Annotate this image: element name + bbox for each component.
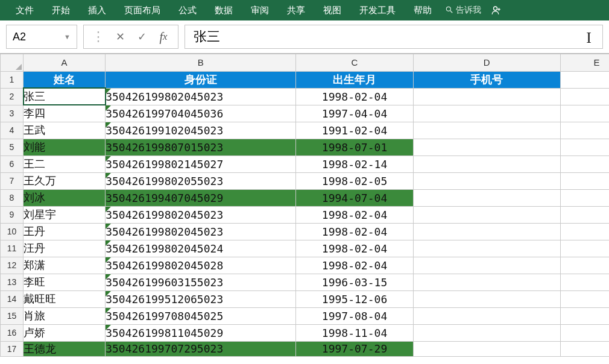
cell-name[interactable]: 王德龙 <box>24 341 106 356</box>
cell[interactable] <box>560 223 609 240</box>
cell-dob[interactable]: 1998-02-04 <box>296 223 413 240</box>
menu-file[interactable]: 文件 <box>7 1 42 20</box>
menu-dev[interactable]: 开发工具 <box>351 1 404 20</box>
cell-phone[interactable] <box>413 307 560 324</box>
cell-dob[interactable]: 1998-02-04 <box>296 240 413 257</box>
menu-share[interactable]: 共享 <box>279 1 314 20</box>
cell-phone[interactable] <box>413 324 560 341</box>
name-box-dropdown-icon[interactable]: ▼ <box>64 33 71 40</box>
cell-phone[interactable] <box>413 105 560 122</box>
cell-id[interactable]: 350426199811045029 <box>106 324 296 341</box>
formula-input[interactable]: 张三 I <box>185 25 603 49</box>
header-dob[interactable]: 出生年月 <box>296 71 413 88</box>
cell-name[interactable]: 王丹 <box>24 223 106 240</box>
cell[interactable] <box>560 71 609 88</box>
row-header[interactable]: 8 <box>1 189 24 206</box>
row-header[interactable]: 13 <box>1 274 24 290</box>
cell-id[interactable]: 350426199802045028 <box>106 257 296 274</box>
row-header[interactable]: 6 <box>1 155 24 172</box>
col-header-E[interactable]: E <box>560 54 609 71</box>
cell-dob[interactable]: 1998-07-01 <box>296 139 413 155</box>
row-header[interactable]: 17 <box>1 341 24 356</box>
cell[interactable] <box>560 206 609 223</box>
cell-id[interactable]: 350426199802055023 <box>106 172 296 189</box>
cell[interactable] <box>560 324 609 341</box>
cell[interactable] <box>560 189 609 206</box>
cell[interactable] <box>560 139 609 155</box>
cell-id[interactable]: 350426199802145027 <box>106 155 296 172</box>
cell-phone[interactable] <box>413 240 560 257</box>
menu-view[interactable]: 视图 <box>315 1 350 20</box>
cell-id[interactable]: 350426199704045036 <box>106 105 296 122</box>
cell[interactable] <box>560 341 609 356</box>
cell-dob[interactable]: 1998-02-04 <box>296 88 413 105</box>
row-header[interactable]: 15 <box>1 307 24 324</box>
cell-name[interactable]: 刘星宇 <box>24 206 106 223</box>
cell-phone[interactable] <box>413 223 560 240</box>
row-header[interactable]: 9 <box>1 206 24 223</box>
cell-name[interactable]: 王久万 <box>24 172 106 189</box>
cell-id[interactable]: 350426199802045023 <box>106 223 296 240</box>
fx-icon[interactable]: fx <box>153 25 174 48</box>
menu-data[interactable]: 数据 <box>206 1 241 20</box>
name-box[interactable]: A2 ▼ <box>6 25 77 49</box>
select-all-corner[interactable] <box>1 54 24 71</box>
cell-phone[interactable] <box>413 206 560 223</box>
cell-dob[interactable]: 1996-03-15 <box>296 274 413 290</box>
cell-phone[interactable] <box>413 172 560 189</box>
cell-dob[interactable]: 1995-12-06 <box>296 290 413 307</box>
cell-id[interactable]: 350426199802045024 <box>106 240 296 257</box>
col-header-D[interactable]: D <box>413 54 560 71</box>
cell-dob[interactable]: 1997-04-04 <box>296 105 413 122</box>
cell-id[interactable]: 350426199807015023 <box>106 139 296 155</box>
cell-dob[interactable]: 1998-02-04 <box>296 206 413 223</box>
cell-dob[interactable]: 1997-08-04 <box>296 307 413 324</box>
cell[interactable] <box>560 257 609 274</box>
cell-dob[interactable]: 1998-02-04 <box>296 257 413 274</box>
row-header[interactable]: 10 <box>1 223 24 240</box>
row-header[interactable]: 5 <box>1 139 24 155</box>
cancel-icon[interactable]: ✕ <box>109 25 131 48</box>
row-header[interactable]: 3 <box>1 105 24 122</box>
cell-id[interactable]: 350426199407045029 <box>106 189 296 206</box>
cell-id[interactable]: 350426199707295023 <box>106 341 296 356</box>
cell-id[interactable]: 350426199102045023 <box>106 122 296 139</box>
cell-name[interactable]: 李旺 <box>24 274 106 290</box>
menu-insert[interactable]: 插入 <box>80 1 115 20</box>
cell-name[interactable]: 王武 <box>24 122 106 139</box>
more-icon[interactable]: ⋮ <box>87 25 109 48</box>
cell-phone[interactable] <box>413 139 560 155</box>
cell-id[interactable]: 350426199708045025 <box>106 307 296 324</box>
cell-phone[interactable] <box>413 122 560 139</box>
row-header[interactable]: 2 <box>1 88 24 105</box>
tell-me[interactable]: 告诉我 <box>441 5 481 16</box>
cell[interactable] <box>560 172 609 189</box>
row-header[interactable]: 7 <box>1 172 24 189</box>
cell-phone[interactable] <box>413 274 560 290</box>
cell[interactable] <box>560 307 609 324</box>
cell-name[interactable]: 李四 <box>24 105 106 122</box>
cell-id[interactable]: 350426199802045023 <box>106 88 296 105</box>
header-name[interactable]: 姓名 <box>24 71 106 88</box>
cell-phone[interactable] <box>413 88 560 105</box>
cell[interactable] <box>560 122 609 139</box>
cell-name[interactable]: 卢娇 <box>24 324 106 341</box>
menu-layout[interactable]: 页面布局 <box>116 1 169 20</box>
cell-phone[interactable] <box>413 155 560 172</box>
cell[interactable] <box>560 290 609 307</box>
cell-name[interactable]: 戴旺旺 <box>24 290 106 307</box>
cell-name[interactable]: 肖旅 <box>24 307 106 324</box>
cell-dob[interactable]: 1998-11-04 <box>296 324 413 341</box>
cell[interactable] <box>560 105 609 122</box>
spreadsheet-grid[interactable]: A B C D E 1 姓名 身份证 出生年月 手机号 2张三350426199… <box>0 54 609 357</box>
cell-dob[interactable]: 1997-07-29 <box>296 341 413 356</box>
cell-dob[interactable]: 1991-02-04 <box>296 122 413 139</box>
cell-name[interactable]: 刘能 <box>24 139 106 155</box>
menu-review[interactable]: 审阅 <box>242 1 277 20</box>
cell[interactable] <box>560 240 609 257</box>
cell-phone[interactable] <box>413 189 560 206</box>
row-header[interactable]: 1 <box>1 71 24 88</box>
col-header-B[interactable]: B <box>106 54 296 71</box>
cell[interactable] <box>560 274 609 290</box>
cell-name[interactable]: 王二 <box>24 155 106 172</box>
